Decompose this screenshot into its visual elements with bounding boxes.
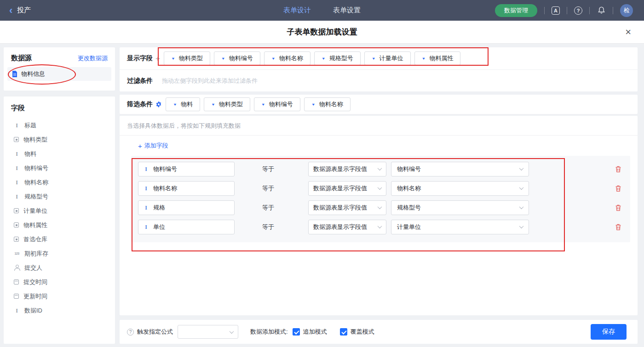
help-icon[interactable] bbox=[574, 6, 582, 15]
datasource-item[interactable]: 物料信息 bbox=[7, 67, 111, 81]
field-item[interactable]: 提交时间 bbox=[4, 275, 115, 289]
rule-source-field-select[interactable]: 物料名称 bbox=[391, 181, 529, 196]
topbar-tab[interactable]: 表单设置 bbox=[333, 6, 361, 15]
gear-icon[interactable] bbox=[155, 101, 162, 108]
field-item[interactable]: 提交人 bbox=[4, 261, 115, 275]
checkbox-label: 覆盖模式 bbox=[351, 328, 374, 336]
field-item-label: 规格型号 bbox=[24, 193, 48, 201]
rule-target-field[interactable]: 规格 bbox=[138, 200, 235, 215]
field-type-icon bbox=[14, 307, 20, 313]
question-circle-icon[interactable] bbox=[127, 329, 134, 336]
topbar: 投产 表单设计 表单设置 数据管理 检 bbox=[0, 0, 644, 21]
add-display-field-icon[interactable] bbox=[155, 55, 160, 63]
field-item-label: 标题 bbox=[24, 121, 36, 130]
checkbox-icon[interactable] bbox=[340, 328, 347, 336]
tag-label: 物料编号 bbox=[229, 54, 253, 63]
rule-source-type-select[interactable]: 数据源表显示字段值 bbox=[308, 200, 386, 215]
screen-condition-tag[interactable]: 物料编号 bbox=[254, 97, 300, 111]
page: 投产 表单设计 表单设置 数据管理 检 子表单数据加载设置 × bbox=[0, 0, 644, 347]
rule-source-type-select[interactable]: 数据源表显示字段值 bbox=[308, 220, 386, 234]
tag-label: 物料 bbox=[181, 100, 193, 108]
field-item[interactable]: 更新时间 bbox=[4, 289, 115, 303]
rule-row: 规格 等于 数据源表显示字段值 规格型号 bbox=[131, 200, 630, 215]
bell-icon[interactable] bbox=[597, 6, 606, 15]
field-item[interactable]: 计量单位 bbox=[4, 204, 115, 218]
delete-rule-button[interactable] bbox=[615, 165, 622, 173]
screen-condition-tags: 物料 物料类型 物料编号 物料名称 bbox=[166, 97, 351, 111]
topbar-tabs: 表单设计 表单设置 bbox=[283, 6, 361, 15]
mode-checkbox[interactable]: 覆盖模式 bbox=[340, 328, 374, 336]
chevron-down-icon bbox=[378, 224, 382, 228]
caret-down-icon bbox=[221, 57, 225, 61]
save-button[interactable]: 保存 bbox=[591, 324, 627, 340]
checkbox-icon[interactable] bbox=[293, 328, 300, 336]
topbar-tab[interactable]: 表单设计 bbox=[283, 6, 311, 15]
mode-checkbox[interactable]: 追加模式 bbox=[293, 328, 327, 336]
fields-title: 字段 bbox=[4, 97, 115, 118]
screen-condition-tag[interactable]: 物料名称 bbox=[304, 97, 351, 111]
formula-select[interactable] bbox=[178, 325, 238, 339]
topbar-actions: 数据管理 检 bbox=[495, 4, 633, 17]
field-item[interactable]: 物料类型 bbox=[4, 132, 115, 147]
display-field-tag[interactable]: 计量单位 bbox=[364, 51, 411, 65]
rule-target-label: 物料编号 bbox=[153, 165, 177, 173]
display-field-tag[interactable]: 物料名称 bbox=[264, 51, 310, 65]
rule-target-field[interactable]: 物料编号 bbox=[138, 162, 235, 176]
rule-source-field-value: 物料编号 bbox=[397, 165, 421, 173]
change-datasource-link[interactable]: 更改数据源 bbox=[78, 54, 108, 63]
field-item[interactable]: 标题 bbox=[4, 118, 115, 132]
caret-down-icon bbox=[261, 102, 265, 107]
modal-title: 子表单数据加载设置 bbox=[0, 21, 644, 44]
close-icon[interactable]: × bbox=[625, 27, 631, 37]
rule-source-field-select[interactable]: 物料编号 bbox=[391, 162, 529, 176]
data-add-mode-label: 数据添加模式: bbox=[250, 328, 288, 336]
rule-source-field-select[interactable]: 规格型号 bbox=[391, 200, 529, 215]
delete-rule-button[interactable] bbox=[615, 223, 622, 231]
field-type-icon bbox=[14, 179, 20, 185]
caret-down-icon bbox=[211, 102, 215, 107]
fill-rules-panel: 当选择具体数据后，将按如下规则填充数据 添加字段 物料编号 等于 数据源表显示字… bbox=[120, 116, 638, 315]
field-list: 标题 物料类型 物料 物料编号 bbox=[4, 118, 115, 318]
display-filter-panel: 显示字段 物料类型 物料编号 bbox=[120, 47, 638, 91]
field-item[interactable]: 数据ID bbox=[4, 303, 115, 318]
data-manage-button[interactable]: 数据管理 bbox=[495, 4, 537, 17]
app-title: 投产 bbox=[17, 6, 31, 15]
tag-label: 物料名称 bbox=[279, 54, 303, 63]
display-field-tag[interactable]: 规格型号 bbox=[314, 51, 361, 65]
tag-label: 计量单位 bbox=[380, 54, 403, 63]
field-item[interactable]: 物料编号 bbox=[4, 161, 115, 175]
language-icon[interactable] bbox=[552, 6, 560, 15]
rule-target-field[interactable]: 单位 bbox=[138, 220, 235, 234]
rule-source-field-select[interactable]: 计量单位 bbox=[391, 220, 529, 234]
display-field-tag[interactable]: 物料编号 bbox=[214, 51, 260, 65]
screen-condition-panel: 筛选条件 物料 物料类型 bbox=[120, 95, 638, 114]
add-field-button[interactable]: 添加字段 bbox=[138, 142, 168, 150]
delete-rule-button[interactable] bbox=[615, 184, 622, 193]
chevron-down-icon bbox=[519, 224, 524, 228]
delete-rule-button[interactable] bbox=[615, 204, 622, 212]
field-type-icon bbox=[14, 250, 20, 256]
rule-target-field[interactable]: 物料名称 bbox=[138, 181, 235, 196]
field-item[interactable]: 物料名称 bbox=[4, 175, 115, 189]
rule-source-field-value: 物料名称 bbox=[397, 184, 421, 193]
screen-condition-tag[interactable]: 物料类型 bbox=[204, 97, 250, 111]
topbar-back[interactable]: 投产 bbox=[9, 6, 31, 16]
field-type-icon bbox=[14, 122, 20, 128]
field-item[interactable]: 期初库存 bbox=[4, 246, 115, 261]
display-field-tag[interactable]: 物料属性 bbox=[414, 51, 461, 65]
back-icon[interactable] bbox=[9, 6, 12, 16]
field-type-icon bbox=[14, 237, 19, 242]
filter-dropzone[interactable]: 拖动左侧字段到此处来添加过滤条件 bbox=[162, 77, 630, 85]
rule-source-type-select[interactable]: 数据源表显示字段值 bbox=[308, 162, 386, 176]
rule-source-type-select[interactable]: 数据源表显示字段值 bbox=[308, 181, 386, 196]
screen-condition-tag[interactable]: 物料 bbox=[166, 97, 200, 111]
display-field-tags: 物料类型 物料编号 物料名称 bbox=[164, 51, 461, 65]
field-type-icon bbox=[14, 165, 20, 171]
field-item[interactable]: 物料 bbox=[4, 147, 115, 161]
field-item[interactable]: 首选仓库 bbox=[4, 232, 115, 246]
tag-label: 物料编号 bbox=[269, 100, 293, 108]
avatar[interactable]: 检 bbox=[620, 4, 633, 17]
field-item[interactable]: 规格型号 bbox=[4, 189, 115, 204]
field-item[interactable]: 物料属性 bbox=[4, 218, 115, 232]
display-field-tag[interactable]: 物料类型 bbox=[164, 51, 210, 65]
